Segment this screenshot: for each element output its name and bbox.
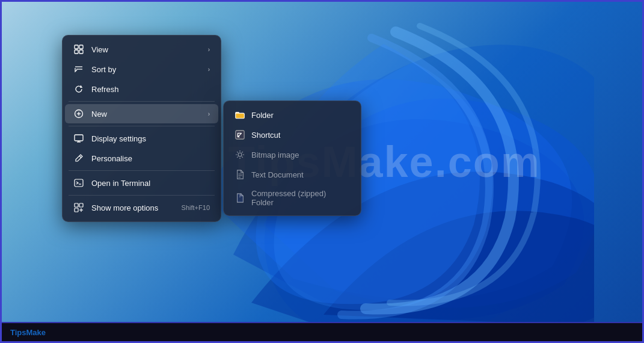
new-icon xyxy=(73,108,84,119)
submenu-item-text-doc[interactable]: Text Document xyxy=(226,165,358,184)
submenu-item-shortcut[interactable]: Shortcut xyxy=(226,125,358,144)
menu-item-sort-by[interactable]: Sort by › xyxy=(65,60,218,79)
show-more-shortcut: Shift+F10 xyxy=(182,204,210,211)
refresh-icon xyxy=(73,84,84,94)
submenu-label-text-doc: Text Document xyxy=(251,170,304,179)
menu-label-open-terminal: Open in Terminal xyxy=(91,179,210,188)
separator-3 xyxy=(69,170,215,171)
menu-item-open-terminal[interactable]: Open in Terminal xyxy=(65,173,218,193)
folder-icon xyxy=(235,110,245,120)
svg-point-15 xyxy=(238,153,242,156)
menu-item-new[interactable]: New › Folder xyxy=(65,104,218,123)
taskbar-brand: TipsMake xyxy=(10,328,46,337)
new-submenu: Folder Shortcut xyxy=(223,100,361,216)
menu-item-view[interactable]: View › xyxy=(65,40,218,59)
submenu-item-folder[interactable]: Folder xyxy=(226,105,358,125)
svg-rect-4 xyxy=(79,50,83,54)
svg-rect-11 xyxy=(236,113,245,119)
menu-label-new: New xyxy=(91,110,201,119)
svg-rect-2 xyxy=(79,45,83,49)
svg-rect-1 xyxy=(75,45,78,49)
menu-item-personalise[interactable]: Personalise xyxy=(65,149,218,168)
zip-icon xyxy=(235,193,245,203)
svg-rect-28 xyxy=(75,203,78,207)
gear-icon xyxy=(235,149,245,160)
svg-line-25 xyxy=(79,156,81,158)
submenu-item-bitmap[interactable]: Bitmap image xyxy=(226,145,358,164)
submenu-label-folder: Folder xyxy=(251,111,274,120)
taskbar: TipsMake xyxy=(2,322,642,341)
menu-label-refresh: Refresh xyxy=(91,85,210,94)
menu-label-view: View xyxy=(91,45,201,54)
menu-label-personalise: Personalise xyxy=(91,154,210,163)
doc-icon xyxy=(235,169,245,180)
submenu-label-shortcut: Shortcut xyxy=(251,131,280,140)
display-icon xyxy=(73,133,84,144)
separator-2 xyxy=(69,126,215,126)
svg-rect-22 xyxy=(75,135,83,141)
shortcut-icon xyxy=(235,129,245,140)
menu-label-display-settings: Display settings xyxy=(91,134,210,143)
context-menu: View › Sort by › Refresh xyxy=(62,35,221,222)
svg-rect-30 xyxy=(75,208,78,212)
menu-label-show-more: Show more options xyxy=(91,203,174,212)
svg-rect-29 xyxy=(79,203,83,207)
menu-label-sort-by: Sort by xyxy=(91,65,201,74)
view-arrow: › xyxy=(208,46,210,53)
separator-4 xyxy=(69,195,215,196)
menu-item-refresh[interactable]: Refresh xyxy=(65,79,218,99)
grid-icon xyxy=(73,44,84,55)
submenu-label-compressed: Compressed (zipped) Folder xyxy=(251,189,350,207)
menu-item-display-settings[interactable]: Display settings xyxy=(65,129,218,148)
submenu-item-compressed[interactable]: Compressed (zipped) Folder xyxy=(226,185,358,211)
menu-item-show-more[interactable]: Show more options Shift+F10 xyxy=(65,198,218,217)
submenu-label-bitmap: Bitmap image xyxy=(251,150,299,159)
pen-icon xyxy=(73,153,84,164)
terminal-icon xyxy=(73,178,84,188)
sort-icon xyxy=(73,64,84,75)
more-icon xyxy=(73,202,84,213)
svg-rect-3 xyxy=(75,50,78,54)
separator-1 xyxy=(69,101,215,102)
new-arrow: › xyxy=(208,111,210,117)
desktop: TipsMake.com View › xyxy=(2,2,642,322)
sort-arrow: › xyxy=(208,66,210,73)
